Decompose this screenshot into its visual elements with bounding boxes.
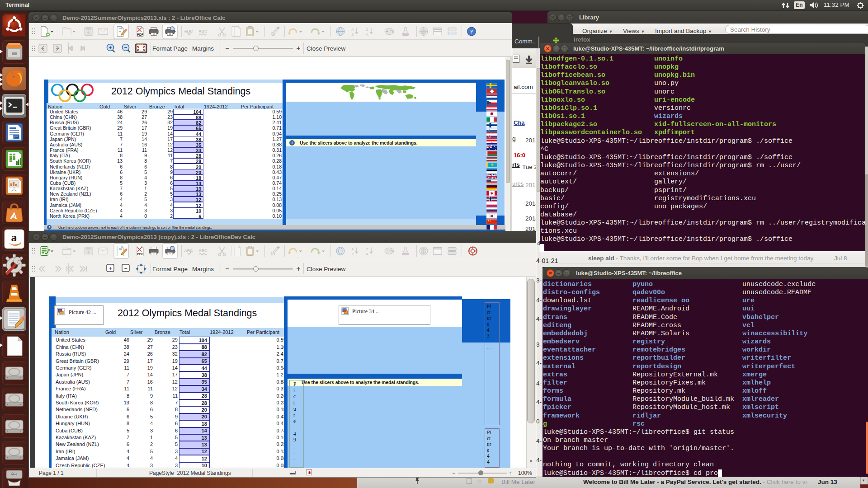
svg-text:−: −	[124, 265, 127, 272]
svg-text:ABC: ABC	[184, 249, 193, 253]
svg-text:A: A	[351, 28, 354, 32]
svg-text:ABC: ABC	[198, 29, 208, 33]
svg-text:Format Page: Format Page	[152, 266, 188, 272]
svg-text:−: −	[124, 45, 127, 50]
svg-text:Z: Z	[366, 247, 368, 251]
svg-text:A: A	[366, 252, 368, 256]
svg-text:PDF: PDF	[137, 33, 144, 36]
svg-text:Close Preview: Close Preview	[307, 266, 346, 272]
svg-text:?: ?	[470, 28, 473, 35]
svg-text:Margins: Margins	[192, 266, 214, 272]
svg-text:A: A	[351, 247, 354, 251]
svg-text:+: +	[109, 45, 112, 50]
svg-text:a: a	[11, 231, 17, 244]
svg-text:ABC: ABC	[198, 249, 208, 253]
svg-text:+: +	[108, 265, 112, 272]
svg-text:PDF: PDF	[137, 253, 144, 256]
svg-text:Z: Z	[366, 28, 368, 32]
svg-text:A: A	[366, 33, 368, 37]
svg-text:Format Page: Format Page	[152, 45, 188, 52]
svg-text:ABC: ABC	[184, 29, 193, 33]
svg-text:Close Preview: Close Preview	[307, 45, 346, 52]
svg-text:Z: Z	[352, 33, 354, 37]
svg-text:Z: Z	[352, 252, 354, 256]
svg-text:Margins: Margins	[192, 45, 214, 52]
